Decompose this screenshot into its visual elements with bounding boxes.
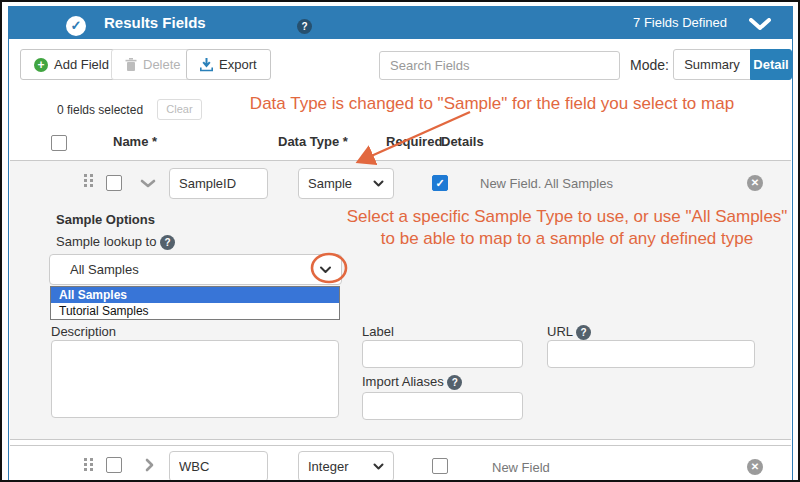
field-name-input[interactable]: [169, 451, 268, 482]
sample-lookup-label-text: Sample lookup to: [56, 234, 156, 249]
required-checkbox[interactable]: [432, 458, 448, 474]
column-header-name: Name *: [113, 134, 157, 149]
row-checkbox[interactable]: [106, 457, 122, 473]
label-input[interactable]: [362, 340, 523, 368]
description-textarea[interactable]: [51, 340, 339, 418]
panel-title: Results Fields: [104, 6, 206, 39]
mode-label: Mode:: [630, 57, 669, 73]
field-details-text: New Field: [492, 460, 550, 475]
check-circle-icon: ✓: [66, 16, 86, 36]
url-label: URL ?: [547, 324, 591, 340]
dropdown-option-all-samples[interactable]: All Samples: [51, 287, 339, 303]
sample-lookup-select[interactable]: All Samples: [49, 254, 342, 285]
drag-handle-icon[interactable]: [84, 174, 93, 187]
required-checkbox[interactable]: ✓: [432, 175, 448, 191]
help-icon[interactable]: ?: [160, 235, 175, 250]
field-name-input[interactable]: [169, 168, 268, 199]
sample-options-title: Sample Options: [56, 212, 155, 227]
description-label: Description: [51, 324, 116, 339]
help-icon[interactable]: ?: [576, 325, 591, 340]
column-header-data-type: Data Type *: [278, 134, 348, 149]
data-type-select[interactable]: Sample: [298, 168, 394, 199]
row-checkbox[interactable]: [106, 175, 122, 191]
url-input[interactable]: [547, 340, 755, 368]
field-details-text: New Field. All Samples: [480, 176, 613, 191]
add-field-button[interactable]: + Add Field: [20, 49, 123, 80]
import-aliases-input[interactable]: [362, 392, 523, 420]
chevron-right-icon[interactable]: [145, 458, 154, 472]
import-aliases-label-text: Import Aliases: [362, 374, 444, 389]
search-input[interactable]: [379, 51, 620, 80]
sample-lookup-label: Sample lookup to ?: [56, 234, 175, 250]
data-type-value: Integer: [308, 459, 348, 474]
results-fields-panel-window: ✓ Results Fields ? 7 Fields Defined + Ad…: [0, 0, 800, 482]
remove-field-icon[interactable]: ✕: [747, 459, 763, 475]
column-header-required: Required: [386, 134, 442, 149]
add-field-label: Add Field: [54, 57, 109, 72]
chevron-down-icon[interactable]: [140, 179, 156, 188]
fields-defined-count: 7 Fields Defined: [633, 6, 727, 39]
data-type-value: Sample: [308, 176, 352, 191]
collapse-chevron-icon[interactable]: [749, 18, 771, 30]
chevron-down-icon: [373, 180, 384, 187]
delete-button[interactable]: Delete: [111, 49, 195, 80]
export-label: Export: [219, 57, 257, 72]
sample-lookup-value: All Samples: [70, 262, 139, 277]
help-icon[interactable]: ?: [447, 375, 462, 390]
mode-detail-button[interactable]: Detail: [750, 49, 792, 80]
selected-count-text: 0 fields selected: [57, 103, 143, 117]
label-label: Label: [362, 324, 394, 339]
trash-icon: [125, 58, 137, 72]
panel-header: ✓ Results Fields ? 7 Fields Defined: [8, 6, 793, 39]
plus-icon: +: [34, 58, 48, 72]
chevron-down-icon: [319, 266, 332, 274]
annotation-sample-type-line2: to be able to map to a sample of any def…: [332, 229, 800, 249]
import-aliases-label: Import Aliases ?: [362, 374, 462, 390]
download-icon: [200, 58, 213, 72]
clear-selection-button[interactable]: Clear: [157, 99, 202, 120]
field-row-wbc: [10, 445, 791, 482]
chevron-down-icon: [373, 463, 384, 470]
export-button[interactable]: Export: [186, 49, 271, 80]
help-icon[interactable]: ?: [297, 19, 312, 34]
column-header-details: Details: [441, 134, 484, 149]
annotation-data-type: Data Type is changed to "Sample" for the…: [202, 94, 782, 114]
remove-field-icon[interactable]: ✕: [747, 175, 763, 191]
select-all-checkbox[interactable]: [51, 135, 67, 151]
drag-handle-icon[interactable]: [84, 458, 93, 471]
url-label-text: URL: [547, 324, 573, 339]
delete-label: Delete: [143, 57, 181, 72]
mode-summary-button[interactable]: Summary: [673, 49, 751, 80]
annotation-sample-type-line1: Select a specific Sample Type to use, or…: [332, 207, 800, 227]
data-type-select[interactable]: Integer: [298, 451, 394, 482]
sample-lookup-dropdown: All Samples Tutorial Samples: [50, 286, 340, 320]
dropdown-option-tutorial-samples[interactable]: Tutorial Samples: [51, 303, 339, 319]
